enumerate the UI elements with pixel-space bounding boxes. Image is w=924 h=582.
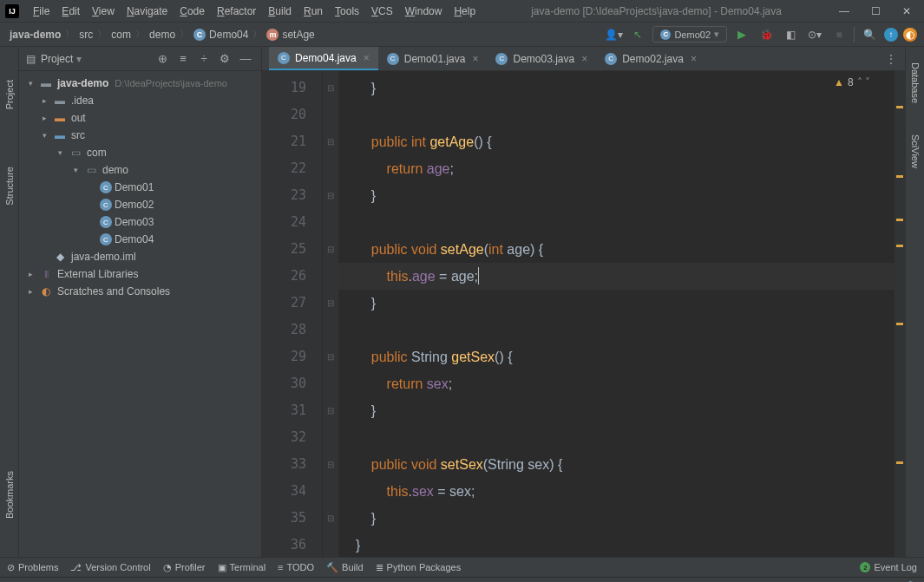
fold-marker[interactable]: ⊟: [323, 75, 338, 101]
tab-demo03-java[interactable]: CDemo03.java×: [487, 47, 596, 70]
fold-marker[interactable]: [323, 478, 338, 505]
code-line[interactable]: this.age = age;: [338, 263, 905, 290]
build-hammer-icon[interactable]: ↖: [628, 25, 647, 44]
fold-marker[interactable]: ⊟: [323, 290, 338, 317]
fold-marker[interactable]: [323, 263, 338, 290]
run-config-selector[interactable]: C Demo02 ▾: [652, 26, 727, 43]
code-line[interactable]: [338, 317, 905, 343]
tab-demo04-java[interactable]: CDemo04.java×: [269, 47, 378, 70]
error-stripe[interactable]: [895, 71, 905, 557]
tool-profiler[interactable]: ◔Profiler: [163, 562, 206, 573]
search-icon[interactable]: 🔍: [860, 25, 879, 44]
crumb-project[interactable]: java-demo: [7, 28, 63, 42]
line-number[interactable]: 22: [262, 155, 322, 182]
line-number[interactable]: 36: [262, 532, 322, 557]
tabs-more-icon[interactable]: ⋮: [877, 53, 905, 65]
menu-file[interactable]: File: [28, 3, 55, 19]
menu-build[interactable]: Build: [263, 3, 297, 19]
line-number[interactable]: 26: [262, 263, 322, 290]
code-line[interactable]: return age;: [338, 155, 905, 182]
code-line[interactable]: }: [338, 290, 905, 317]
minimize-button[interactable]: ―: [832, 3, 856, 20]
users-icon[interactable]: 👤▾: [604, 25, 623, 44]
code-line[interactable]: [338, 209, 905, 236]
menu-window[interactable]: Window: [400, 3, 448, 19]
menu-edit[interactable]: Edit: [56, 3, 85, 19]
close-tab-icon[interactable]: ×: [472, 53, 478, 65]
collapse-icon[interactable]: ÷: [195, 50, 213, 68]
line-number[interactable]: 32: [262, 424, 322, 451]
crumb-demo[interactable]: demo: [147, 28, 178, 42]
coverage-button[interactable]: ◧: [781, 25, 800, 44]
close-tab-icon[interactable]: ×: [691, 53, 697, 65]
line-number[interactable]: 31: [262, 397, 322, 424]
fold-marker[interactable]: ⊟: [323, 505, 338, 532]
stop-button[interactable]: ■: [829, 25, 849, 44]
tree-scratches[interactable]: ▸◐Scratches and Consoles: [19, 283, 261, 300]
crumb-src[interactable]: src: [76, 28, 95, 42]
tree-iml[interactable]: ◆java-demo.iml: [19, 248, 261, 265]
tab-sciview[interactable]: SciView: [908, 128, 922, 175]
tree-file-demo04[interactable]: C Demo04: [19, 231, 261, 248]
tool-python-packages[interactable]: ≣Python Packages: [376, 562, 462, 573]
line-number[interactable]: 23: [262, 182, 322, 209]
code-editor[interactable]: 192021222324252627282930313233343536 ⊟⊟⊟…: [262, 71, 905, 557]
line-number[interactable]: 27: [262, 290, 322, 317]
tree-idea[interactable]: ▸▬.idea: [19, 92, 261, 109]
sync-icon[interactable]: ↑: [884, 28, 898, 42]
code-line[interactable]: }: [338, 505, 905, 532]
code-line[interactable]: public int getAge() {: [338, 128, 905, 155]
fold-marker[interactable]: [323, 317, 338, 343]
line-number[interactable]: 33: [262, 451, 322, 478]
fold-marker[interactable]: ⊟: [323, 343, 338, 370]
fold-marker[interactable]: ⊟: [323, 182, 338, 209]
code-line[interactable]: public String getSex() {: [338, 343, 905, 370]
event-log[interactable]: 2Event Log: [860, 562, 917, 572]
tree-file-demo03[interactable]: C Demo03: [19, 213, 261, 231]
fold-marker[interactable]: ⊟: [323, 397, 338, 424]
menu-code[interactable]: Code: [174, 3, 210, 19]
run-button[interactable]: ▶: [732, 25, 751, 44]
line-number[interactable]: 34: [262, 478, 322, 505]
ide-icon[interactable]: ◐: [903, 28, 917, 42]
fold-marker[interactable]: ⊟: [323, 451, 338, 478]
project-panel-title[interactable]: Project ▾: [41, 53, 148, 65]
fold-marker[interactable]: [323, 101, 338, 128]
tab-database[interactable]: Database: [908, 56, 922, 110]
menu-tools[interactable]: Tools: [330, 3, 364, 19]
tab-demo01-java[interactable]: CDemo01.java×: [378, 47, 488, 70]
debug-button[interactable]: 🐞: [757, 25, 776, 44]
code-line[interactable]: }: [338, 532, 905, 557]
code-line[interactable]: [338, 101, 905, 128]
tree-out[interactable]: ▸▬out: [19, 109, 261, 127]
line-number[interactable]: 25: [262, 236, 322, 263]
tree-external-libs[interactable]: ▸⫴External Libraries: [19, 265, 261, 283]
code-line[interactable]: [338, 424, 905, 451]
maximize-button[interactable]: ☐: [863, 3, 888, 20]
tool-todo[interactable]: ≡TODO: [278, 562, 314, 572]
tool-problems[interactable]: ⊘Problems: [7, 562, 58, 573]
tree-com[interactable]: ▾▭com: [19, 144, 261, 161]
tree-src[interactable]: ▾▬src: [19, 127, 261, 144]
close-tab-icon[interactable]: ×: [581, 53, 587, 65]
code-line[interactable]: }: [338, 397, 905, 424]
inspection-widget[interactable]: ▲ 8 ˄ ˅: [834, 76, 870, 88]
fold-marker[interactable]: [323, 209, 338, 236]
menu-vcs[interactable]: VCS: [366, 3, 398, 19]
code-line[interactable]: }: [338, 75, 905, 101]
menu-navigate[interactable]: Navigate: [121, 3, 173, 19]
line-number[interactable]: 30: [262, 370, 322, 397]
tab-bookmarks[interactable]: Bookmarks: [3, 464, 16, 526]
menu-help[interactable]: Help: [449, 3, 481, 19]
crumb-com[interactable]: com: [108, 28, 134, 42]
line-number[interactable]: 19: [262, 75, 322, 101]
code-line[interactable]: public void setAge(int age) {: [338, 236, 905, 263]
close-tab-icon[interactable]: ×: [364, 52, 370, 64]
fold-marker[interactable]: [323, 370, 338, 397]
close-button[interactable]: ✕: [895, 3, 919, 20]
target-icon[interactable]: ⊕: [154, 50, 171, 68]
fold-marker[interactable]: [323, 424, 338, 451]
fold-marker[interactable]: ⊟: [323, 128, 338, 155]
crumb-method[interactable]: msetAge: [264, 28, 317, 42]
code-line[interactable]: this.sex = sex;: [338, 478, 905, 505]
